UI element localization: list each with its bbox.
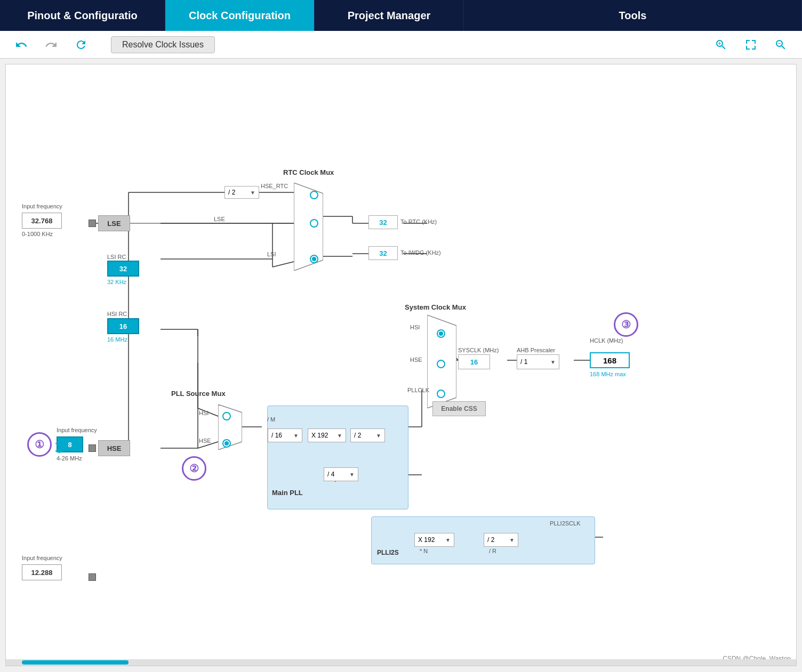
- plli2s-n-arrow: ▼: [445, 537, 451, 543]
- tab-project[interactable]: Project Manager: [315, 0, 464, 31]
- hse-block-wrapper: HSE: [89, 440, 130, 456]
- to-iwdg-label: To IWDG (KHz): [400, 249, 441, 256]
- bottom-freq-value: 12.288: [22, 564, 62, 580]
- pll-q-arrow: ▼: [349, 472, 355, 477]
- toolbar: Resolve Clock Issues: [0, 31, 802, 59]
- lse-wire-label: LSE: [214, 216, 225, 222]
- sys-mux-pllclk-radio[interactable]: [437, 390, 445, 398]
- zoom-in-button[interactable]: [710, 36, 732, 53]
- sysclk-value: 16: [458, 354, 490, 369]
- plli2s-r-arrow: ▼: [509, 537, 515, 543]
- sys-mux-hse-radio[interactable]: [437, 360, 445, 368]
- sys-mux-hsi-label: HSI: [410, 324, 420, 330]
- plli2s-n-bottom: * N: [420, 548, 428, 554]
- lse-block-wrapper: LSE: [89, 215, 130, 231]
- fit-screen-button[interactable]: [740, 36, 761, 53]
- badge-2: ②: [182, 456, 206, 481]
- svg-line-5: [272, 262, 294, 267]
- hsi-rc-block[interactable]: 16: [107, 318, 139, 334]
- hse-block[interactable]: HSE: [98, 440, 130, 456]
- lsi-rc-block[interactable]: 32: [107, 261, 139, 277]
- ahb-prescaler-dropdown[interactable]: / 1 ▼: [517, 354, 559, 369]
- lse-freq-value: 32.768: [22, 213, 62, 229]
- sys-mux-hse-label: HSE: [410, 357, 422, 363]
- plli2s-r-bottom: / R: [489, 548, 496, 554]
- system-clk-mux-title: System Clock Mux: [405, 303, 466, 311]
- hse-arrows2: ◀▶: [55, 447, 63, 454]
- bottom-connector: [89, 573, 96, 581]
- pll-src-hsi-radio[interactable]: [222, 412, 231, 420]
- pll-q-dropdown[interactable]: / 4 ▼: [324, 467, 358, 481]
- zoom-out-button[interactable]: [770, 36, 791, 53]
- hclk-value[interactable]: 168: [590, 352, 630, 368]
- scrollbar-thumb[interactable]: [22, 660, 129, 665]
- pll-n-arrow: ▼: [337, 433, 342, 439]
- hsi-rc-unit: 16 MHz: [107, 336, 127, 343]
- badge-1: ①: [27, 432, 52, 457]
- lse-freq-label: Input frequency: [22, 203, 62, 209]
- tab-clock[interactable]: Clock Configuration: [165, 0, 315, 31]
- hse-freq-label: Input frequency: [57, 427, 97, 433]
- pll-m-arrow: ▼: [293, 433, 299, 439]
- hse-div2-dropdown[interactable]: / 2 ▼: [224, 186, 259, 199]
- wires-overlay: [6, 64, 796, 666]
- rtc-mux-hse-radio[interactable]: [310, 191, 318, 199]
- lse-connector: [89, 220, 96, 227]
- enable-css-button[interactable]: Enable CSS: [432, 401, 486, 416]
- ahb-arrow: ▼: [550, 359, 556, 365]
- sysclk-label: SYSCLK (MHz): [458, 347, 499, 353]
- to-rtc-value: 32: [368, 215, 398, 229]
- pll-p-dropdown[interactable]: / 2 ▼: [350, 428, 385, 442]
- ahb-label: AHB Prescaler: [517, 347, 555, 353]
- hse-range: 4-26 MHz: [57, 455, 82, 462]
- rtc-mux-lsi-radio[interactable]: [310, 255, 318, 263]
- hse-rtc-label: HSE_RTC: [261, 183, 288, 189]
- rtc-mux-title: RTC Clock Mux: [283, 168, 334, 176]
- lsi-rc-unit: 32 KHz: [107, 279, 126, 285]
- plli2s-label: PLLI2S: [377, 549, 399, 556]
- plli2s-n-dropdown[interactable]: X 192 ▼: [414, 533, 454, 547]
- clock-diagram: Input frequency 32.768 0-1000 KHz LSE LS…: [6, 64, 796, 666]
- pll-src-hsi-label: HSI: [199, 410, 208, 416]
- sys-mux-hsi-radio[interactable]: [437, 329, 445, 338]
- hse-connector: [89, 444, 96, 452]
- hse-arrows: ◀▶: [55, 440, 63, 447]
- tab-tools[interactable]: Tools: [464, 0, 802, 31]
- lse-freq-range: 0-1000 KHz: [22, 231, 53, 237]
- horizontal-scrollbar[interactable]: [6, 659, 796, 666]
- plli2sclk-label: PLLI2SCLK: [550, 520, 580, 527]
- pll-n-dropdown[interactable]: X 192 ▼: [308, 428, 346, 442]
- svg-marker-37: [294, 183, 323, 271]
- resolve-clock-issues-button[interactable]: Resolve Clock Issues: [111, 36, 215, 53]
- pll-source-mux-title: PLL Source Mux: [171, 390, 226, 398]
- pll-src-hse-radio[interactable]: [222, 439, 231, 448]
- clock-diagram-canvas: Input frequency 32.768 0-1000 KHz LSE LS…: [5, 64, 797, 666]
- lse-block[interactable]: LSE: [98, 215, 130, 231]
- sys-mux-pllclk-label: PLLCLK: [407, 387, 429, 393]
- pll-m-dropdown[interactable]: / 16 ▼: [268, 428, 302, 442]
- refresh-button[interactable]: [70, 36, 92, 53]
- to-iwdg-value: 32: [368, 246, 398, 260]
- main-pll-box: / M / 16 ▼ * N X 192 ▼ / P / 2 ▼: [267, 406, 408, 509]
- rtc-mux-lse-radio[interactable]: [310, 219, 318, 228]
- plli2s-r-dropdown[interactable]: / 2 ▼: [484, 533, 518, 547]
- hclk-label: HCLK (MHz): [590, 337, 623, 344]
- bottom-freq-label: Input frequency: [22, 555, 62, 561]
- undo-button[interactable]: [11, 36, 32, 53]
- lsi-rc-label: LSI RC: [107, 254, 126, 260]
- hse-div2-arrow: ▼: [250, 190, 255, 196]
- hsi-rc-label: HSI RC: [107, 311, 127, 317]
- to-rtc-label: To RTC (KHz): [400, 218, 437, 225]
- rtc-clock-mux: [294, 183, 323, 271]
- top-navigation: Pinout & Configuratio Clock Configuratio…: [0, 0, 802, 31]
- pll-src-hse-label: HSE: [199, 438, 211, 444]
- tab-pinout[interactable]: Pinout & Configuratio: [0, 0, 165, 31]
- badge-3: ③: [614, 312, 638, 337]
- lsi-wire-label: LSI: [267, 251, 276, 257]
- pll-p-arrow: ▼: [376, 433, 381, 439]
- redo-button[interactable]: [41, 36, 62, 53]
- hclk-max: 168 MHz max: [590, 371, 626, 377]
- main-pll-label: Main PLL: [272, 489, 303, 497]
- m-wire-label: / M: [267, 416, 275, 423]
